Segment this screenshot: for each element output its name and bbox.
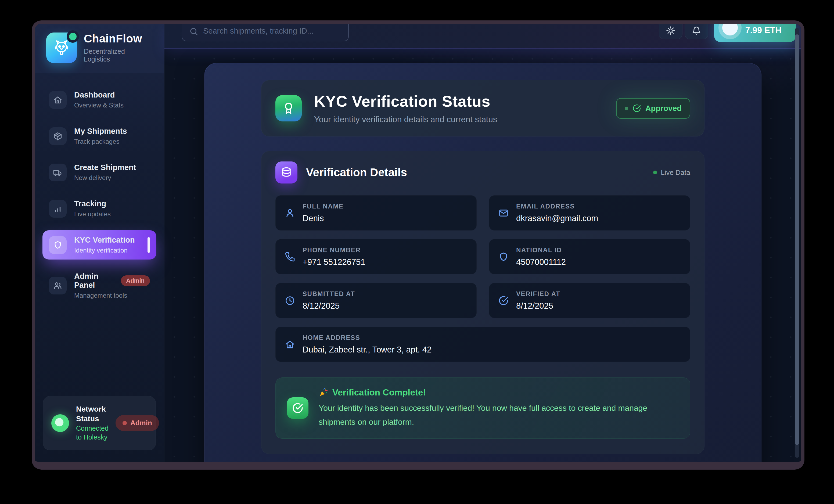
users-icon [49, 277, 67, 294]
check-circle-icon [499, 295, 509, 306]
scrollbar-thumb[interactable] [795, 35, 799, 445]
sidebar-item-create-shipment[interactable]: Create Shipment New delivery [42, 158, 156, 187]
sidebar-item-kyc-verification[interactable]: KYC Verification Identity verification [42, 230, 156, 260]
network-admin-badge: Admin [115, 415, 159, 431]
search-input[interactable] [203, 27, 341, 36]
success-title-row: Verification Complete! [319, 388, 679, 398]
app-subtitle: Decentralized Logistics [84, 47, 153, 63]
network-status-title: Network Status [76, 405, 106, 423]
shield-icon [499, 252, 509, 262]
search-icon [189, 27, 198, 36]
sidebar-item-label: Dashboard [74, 90, 124, 100]
award-icon [276, 95, 302, 122]
wallet-avatar-icon [722, 20, 738, 36]
database-icon [276, 161, 298, 183]
clock-icon [285, 295, 295, 306]
field-home-address: HOME ADDRESS Dubai, Zabeel str., Tower 3… [276, 327, 690, 362]
truck-icon [49, 163, 67, 181]
main-area: 7.99 ETH KYC Verification Status Your id… [164, 24, 801, 462]
kyc-status-header-card: KYC Verification Status Your identity ve… [261, 80, 704, 136]
sidebar-item-label: Tracking [74, 199, 111, 208]
verification-details-card: Verification Details Live Data FULL NAME [261, 151, 704, 454]
field-full-name: FULL NAME Denis [276, 195, 477, 231]
live-dot-icon [653, 171, 657, 174]
sidebar-item-sublabel: Track packages [74, 138, 127, 145]
admin-role-badge: Admin [121, 276, 150, 286]
app-window: ChainFlow Decentralized Logistics Dashbo… [32, 20, 805, 469]
sidebar-item-sublabel: Identity verification [74, 247, 135, 254]
sidebar-item-sublabel: Overview & Stats [74, 102, 124, 109]
sidebar-item-my-shipments[interactable]: My Shipments Track packages [42, 122, 156, 151]
party-popper-icon [319, 388, 328, 397]
success-title: Verification Complete! [332, 388, 426, 398]
check-circle-icon [287, 397, 308, 419]
success-message: Your identity has been successfully veri… [319, 401, 679, 429]
admin-dot-icon [123, 421, 127, 425]
content-scroll-area: KYC Verification Status Your identity ve… [164, 49, 801, 462]
sidebar-item-label: Create Shipment [74, 163, 136, 172]
page-title: KYC Verification Status [314, 92, 497, 110]
live-data-badge: Live Data [653, 169, 690, 177]
network-connected-icon [51, 414, 69, 432]
sidebar-item-sublabel: Live updates [74, 210, 111, 218]
topbar: 7.99 ETH [164, 24, 801, 49]
sidebar-item-label: KYC Verification [74, 236, 135, 244]
notifications-button[interactable] [685, 20, 708, 39]
sidebar-item-sublabel: New delivery [74, 174, 136, 182]
shield-icon [49, 236, 67, 254]
details-title: Verification Details [306, 166, 407, 179]
package-icon [49, 127, 67, 145]
sidebar-item-admin-panel[interactable]: Admin Panel Admin Management tools [42, 266, 156, 305]
approved-status-badge: Approved [616, 98, 690, 119]
wallet-balance: 7.99 ETH [745, 25, 782, 38]
sun-icon [666, 26, 676, 36]
scrollbar-track[interactable] [795, 28, 799, 458]
phone-icon [285, 252, 295, 262]
field-phone-number: PHONE NUMBER +971 551226751 [276, 239, 477, 274]
network-status-card: Network Status Connected to Holesky Admi… [43, 396, 156, 450]
fields-grid: FULL NAME Denis EMAIL ADDRESS dkrasavin@… [276, 195, 690, 362]
status-dot [625, 107, 628, 110]
field-national-id: NATIONAL ID 45070001112 [489, 239, 690, 274]
sidebar-nav: Dashboard Overview & Stats My Shipments … [35, 73, 164, 391]
sidebar: ChainFlow Decentralized Logistics Dashbo… [35, 24, 164, 462]
online-status-dot [67, 30, 79, 43]
bell-icon [692, 26, 701, 36]
app-logo-section: ChainFlow Decentralized Logistics [35, 24, 164, 73]
bar-chart-icon [49, 200, 67, 218]
search-box[interactable] [182, 20, 349, 41]
field-email-address: EMAIL ADDRESS dkrasavin@gmail.com [489, 195, 690, 231]
verification-complete-banner: Verification Complete! Your identity has… [276, 377, 690, 439]
field-submitted-at: SUBMITTED AT 8/12/2025 [276, 283, 477, 318]
theme-toggle-button[interactable] [659, 20, 682, 39]
chainflow-logo [46, 32, 77, 63]
network-status-value: Connected to Holesky [76, 424, 109, 441]
sidebar-item-label: My Shipments [74, 127, 127, 136]
field-verified-at: VERIFIED AT 8/12/2025 [489, 283, 690, 318]
sidebar-item-sublabel: Management tools [74, 292, 150, 299]
check-circle-icon [633, 104, 641, 113]
app-title: ChainFlow [84, 32, 153, 45]
user-icon [285, 208, 295, 218]
home-icon [285, 339, 295, 350]
sidebar-item-dashboard[interactable]: Dashboard Overview & Stats [42, 85, 156, 114]
wallet-balance-badge[interactable]: 7.99 ETH [714, 20, 796, 42]
sidebar-item-tracking[interactable]: Tracking Live updates [42, 194, 156, 223]
sidebar-item-label: Admin Panel [74, 272, 117, 290]
active-item-indicator [148, 237, 150, 253]
mail-icon [499, 208, 509, 218]
page-subtitle: Your identity verification details and c… [314, 115, 497, 124]
home-icon [49, 91, 67, 109]
kyc-page-panel: KYC Verification Status Your identity ve… [204, 63, 762, 462]
